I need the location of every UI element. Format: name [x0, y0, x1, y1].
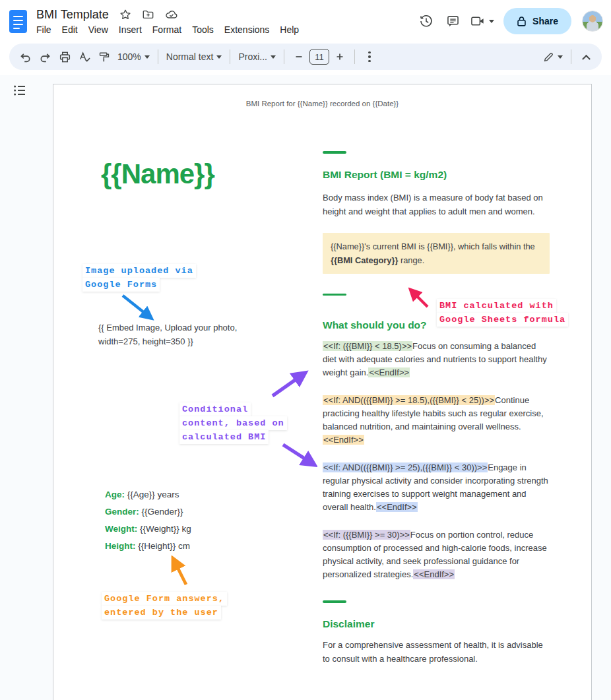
endif-tag: <<EndIf>>: [368, 367, 410, 377]
menu-file[interactable]: File: [31, 23, 57, 36]
vertical-dots-icon: [368, 51, 370, 62]
section-divider: [323, 294, 346, 296]
stat-age: Age: {{Age}} years: [105, 486, 191, 503]
if-tag: <<If: AND(({{BMI}} >= 25),({{BMI}} < 30)…: [323, 462, 488, 472]
editing-mode-select[interactable]: [540, 48, 565, 66]
annotation-form-answers: Google Form answers, entered by the user: [102, 592, 227, 620]
red-arrow: [406, 286, 434, 313]
disclaimer-heading: Disclaimer: [323, 616, 550, 632]
right-column: BMI Report (BMI = kg/m2) Body mass index…: [323, 84, 550, 666]
title-row: BMI Template: [36, 6, 418, 23]
annotation-conditional-content: Conditional content, based on calculated…: [179, 402, 287, 444]
collapse-toolbar-button[interactable]: [577, 48, 595, 66]
orange-arrow: [167, 556, 192, 590]
toolbar-wrap: 100% Normal text Proxi... 11: [0, 42, 611, 75]
endif-tag: <<EndIf>>: [376, 502, 418, 512]
menu-bar: File Edit View Insert Format Tools Exten…: [31, 23, 418, 36]
annotation-bmi-formula: BMI calculated with Google Sheets formul…: [437, 299, 568, 327]
menu-tools[interactable]: Tools: [187, 23, 219, 36]
cloud-status-icon[interactable]: [165, 9, 178, 20]
if-tag: <<If: AND(({{BMI}} >= 18.5),({{BMI}} < 2…: [323, 395, 495, 405]
docs-logo-icon[interactable]: [9, 10, 27, 33]
report-intro: Body mass index (BMI) is a measure of bo…: [323, 191, 550, 218]
section-divider: [323, 600, 346, 603]
conditional-block-normal: <<If: AND(({{BMI}} >= 18.5),({{BMI}} < 2…: [323, 394, 550, 447]
endif-tag: <<EndIf>>: [413, 569, 455, 579]
version-history-icon[interactable]: [418, 13, 435, 30]
font-size-increase-button[interactable]: [331, 48, 349, 66]
if-tag: <<If: ({{BMI}} < 18.5)>>: [323, 341, 412, 351]
report-heading: BMI Report (BMI = kg/m2): [323, 167, 550, 183]
more-options-button[interactable]: [360, 48, 379, 66]
purple-arrow-up: [269, 369, 309, 400]
document-page[interactable]: BMI Report for {{Name}} recorded on {{Da…: [53, 84, 592, 700]
blue-arrow: [118, 292, 158, 325]
stat-weight: Weight: {{Weight}} kg: [105, 521, 191, 538]
avatar[interactable]: [582, 11, 603, 32]
conditional-block-obese: <<If: ({{BMI}} >= 30)>>Focus on portion …: [323, 528, 550, 581]
star-icon[interactable]: [119, 9, 131, 20]
menu-edit[interactable]: Edit: [57, 23, 83, 36]
font-size-input[interactable]: 11: [309, 49, 329, 65]
annotation-image-upload: Image uploaded via Google Forms: [82, 264, 196, 292]
menu-extensions[interactable]: Extensions: [219, 23, 274, 36]
share-button[interactable]: Share: [503, 8, 571, 34]
chevron-up-icon: [582, 54, 591, 63]
redo-button[interactable]: [36, 48, 54, 66]
menu-help[interactable]: Help: [274, 23, 304, 36]
font-size-decrease-button[interactable]: [290, 48, 308, 66]
spellcheck-button[interactable]: [75, 48, 94, 66]
toolbar-separator: [354, 49, 355, 64]
comments-icon[interactable]: [444, 13, 461, 30]
disclaimer-text: For a comprehensive assessment of health…: [323, 638, 550, 666]
zoom-select[interactable]: 100%: [115, 48, 152, 66]
menu-format[interactable]: Format: [147, 23, 187, 36]
toolbar-separator: [158, 49, 158, 64]
header-main: BMI Template File Edit View Insert Forma…: [36, 6, 418, 36]
purple-arrow-down: [279, 441, 317, 470]
header-actions: Share: [418, 8, 603, 34]
share-label: Share: [532, 16, 558, 26]
toolbar-separator: [571, 49, 571, 64]
meet-video-icon[interactable]: [470, 13, 494, 30]
toolbar-separator: [230, 49, 230, 64]
stat-height: Height: {{Height}} cm: [105, 538, 191, 555]
toolbar: 100% Normal text Proxi... 11: [9, 44, 602, 70]
lock-icon: [517, 16, 527, 27]
paragraph-style-select[interactable]: Normal text: [164, 48, 225, 66]
menu-insert[interactable]: Insert: [113, 23, 147, 36]
google-docs-app: BMI Template File Edit View Insert Forma…: [0, 0, 611, 700]
if-tag: <<If: ({{BMI}} >= 30)>>: [323, 530, 410, 540]
endif-tag: <<EndIf>>: [323, 435, 364, 445]
section-divider: [323, 151, 346, 154]
stat-gender: Gender: {{Gender}}: [105, 503, 191, 521]
pencil-icon: [543, 51, 554, 63]
conditional-block-underweight: <<If: ({{BMI}} < 18.5)>>Focus on consumi…: [323, 340, 550, 379]
bmi-callout: {{Name}}'s current BMI is {{BMI}}, which…: [323, 233, 550, 274]
move-folder-icon[interactable]: [142, 9, 154, 20]
meet-caret-icon: [489, 20, 494, 23]
embed-image-placeholder: {{ Embed Image, Upload your photo, width…: [98, 321, 237, 348]
document-title[interactable]: BMI Template: [36, 8, 109, 22]
name-placeholder-heading: {{Name}}: [101, 158, 214, 190]
outline-icon[interactable]: [13, 84, 27, 100]
toolbar-separator: [284, 49, 284, 64]
document-canvas: BMI Report for {{Name}} recorded on {{Da…: [0, 75, 611, 700]
paint-format-button[interactable]: [95, 48, 113, 66]
menu-view[interactable]: View: [83, 23, 113, 36]
font-family-select[interactable]: Proxi...: [236, 48, 278, 66]
app-header: BMI Template File Edit View Insert Forma…: [0, 0, 611, 42]
print-button[interactable]: [55, 48, 74, 66]
conditional-block-overweight: <<If: AND(({{BMI}} >= 25),({{BMI}} < 30)…: [323, 461, 550, 514]
stats-list: Age: {{Age}} years Gender: {{Gender}} We…: [105, 486, 191, 555]
undo-button[interactable]: [16, 48, 34, 66]
